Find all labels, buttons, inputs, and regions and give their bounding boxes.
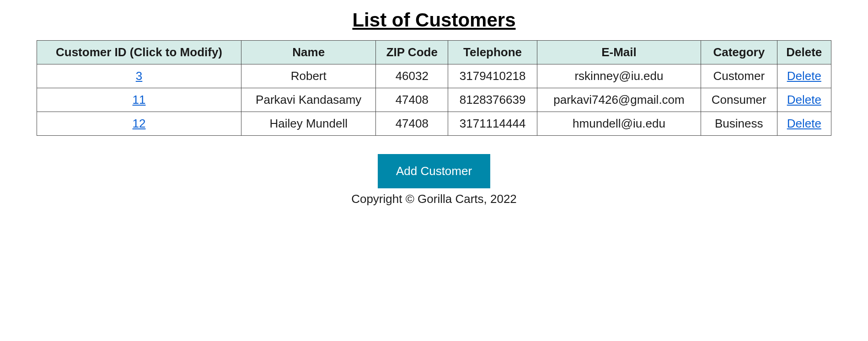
- table-row: 12 Hailey Mundell 47408 3171114444 hmund…: [37, 112, 831, 136]
- customer-id-link[interactable]: 11: [133, 93, 146, 107]
- cell-delete: Delete: [777, 88, 831, 112]
- cell-delete: Delete: [777, 112, 831, 136]
- table-header-row: Customer ID (Click to Modify) Name ZIP C…: [37, 41, 831, 64]
- cell-email: hmundell@iu.edu: [537, 112, 701, 136]
- delete-link[interactable]: Delete: [787, 117, 821, 130]
- page-title: List of Customers: [37, 9, 831, 31]
- cell-delete: Delete: [777, 64, 831, 88]
- customer-table: Customer ID (Click to Modify) Name ZIP C…: [37, 40, 831, 136]
- button-row: Add Customer: [37, 154, 831, 188]
- cell-name: Parkavi Kandasamy: [241, 88, 376, 112]
- add-customer-button[interactable]: Add Customer: [378, 154, 490, 188]
- delete-link[interactable]: Delete: [787, 93, 821, 107]
- cell-category: Consumer: [701, 88, 777, 112]
- col-header-email: E-Mail: [537, 41, 701, 64]
- cell-category: Business: [701, 112, 777, 136]
- col-header-telephone: Telephone: [448, 41, 537, 64]
- col-header-customer-id: Customer ID (Click to Modify): [37, 41, 241, 64]
- footer-copyright: Copyright © Gorilla Carts, 2022: [37, 192, 831, 206]
- cell-customer-id: 11: [37, 88, 241, 112]
- col-header-category: Category: [701, 41, 777, 64]
- cell-customer-id: 12: [37, 112, 241, 136]
- customer-id-link[interactable]: 3: [136, 69, 142, 83]
- cell-telephone: 3179410218: [448, 64, 537, 88]
- cell-telephone: 3171114444: [448, 112, 537, 136]
- table-row: 3 Robert 46032 3179410218 rskinney@iu.ed…: [37, 64, 831, 88]
- table-row: 11 Parkavi Kandasamy 47408 8128376639 pa…: [37, 88, 831, 112]
- cell-email: parkavi7426@gmail.com: [537, 88, 701, 112]
- col-header-zip: ZIP Code: [376, 41, 448, 64]
- cell-email: rskinney@iu.edu: [537, 64, 701, 88]
- cell-telephone: 8128376639: [448, 88, 537, 112]
- customer-id-link[interactable]: 12: [133, 117, 146, 130]
- cell-name: Robert: [241, 64, 376, 88]
- delete-link[interactable]: Delete: [787, 69, 821, 83]
- cell-zip: 47408: [376, 112, 448, 136]
- cell-name: Hailey Mundell: [241, 112, 376, 136]
- cell-zip: 47408: [376, 88, 448, 112]
- cell-category: Customer: [701, 64, 777, 88]
- cell-zip: 46032: [376, 64, 448, 88]
- col-header-name: Name: [241, 41, 376, 64]
- cell-customer-id: 3: [37, 64, 241, 88]
- col-header-delete: Delete: [777, 41, 831, 64]
